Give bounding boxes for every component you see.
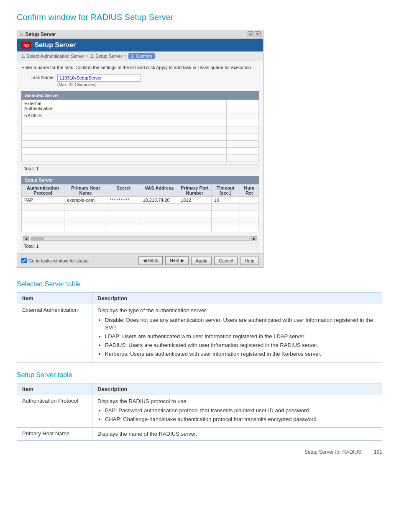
dialog-title: Setup Server: [25, 31, 56, 37]
empty-row-3b: [226, 134, 258, 141]
close-button[interactable]: ✕: [255, 31, 261, 37]
doc-desc-text: Displays the type of the authentication …: [97, 307, 377, 314]
ext-auth-value: [226, 100, 258, 112]
g2: [64, 218, 107, 225]
table-row: [22, 225, 259, 232]
e7: [240, 204, 258, 211]
task-name-right: (Max. 32 Characters): [57, 74, 141, 87]
page-title: Confirm window for RADIUS Setup Server: [17, 13, 382, 22]
setup-server-doc-table: Item Description Authentication Protocol…: [17, 383, 382, 441]
table-row: [22, 218, 259, 225]
doc-table-row: External Authentication Displays the typ…: [17, 304, 382, 362]
selected-server-doc-table: Item Description External Authentication…: [17, 292, 382, 362]
task-name-input[interactable]: [57, 74, 141, 82]
breadcrumb-sep-1: >: [86, 54, 88, 59]
dialog-body: Enter a name for the task. Confirm the s…: [17, 61, 263, 253]
breadcrumb-step-3[interactable]: 3. Confirm: [128, 53, 155, 59]
setup-server-header: Setup Server: [21, 176, 259, 184]
page-footer: Setup Server for RADIUS 191: [17, 449, 382, 455]
empty-row-6b: [226, 155, 258, 162]
h3: [107, 225, 140, 232]
empty-row-1b: [226, 119, 258, 126]
hp-logo: hp: [21, 42, 31, 49]
help-button[interactable]: Help: [240, 257, 259, 265]
f7: [240, 211, 258, 218]
col-primary-host: Primary Host Name: [64, 185, 107, 197]
f4: [140, 211, 178, 218]
g5: [178, 218, 211, 225]
empty-row-5: [22, 148, 227, 155]
doc-col-item: Item: [17, 293, 92, 304]
footer-text: Setup Server for RADIUS: [304, 449, 361, 455]
h1: [22, 225, 64, 232]
f6: [211, 211, 240, 218]
doc-desc-list: Disable: Does not use any authentication…: [105, 316, 377, 358]
empty-row-4: [22, 141, 227, 148]
doc-desc-auth-proto: Displays the RADIUS protocol to use. PAP…: [92, 395, 382, 428]
doc-desc-ext-auth: Displays the type of the authentication …: [92, 304, 382, 362]
doc-col-item: Item: [17, 383, 92, 395]
port-val: 1812: [178, 197, 211, 204]
dialog-titlebar: ⌂ Setup Server ─ ✕: [17, 30, 263, 39]
f1: [22, 211, 64, 218]
doc-desc-primary-host: Displays the name of the RADIUS server.: [92, 428, 382, 441]
doc-item-ext-auth: External Authentication: [17, 304, 92, 362]
setup-server-data-table: Authentication Protocol Primary Host Nam…: [21, 184, 259, 232]
table-header-row: Authentication Protocol Primary Host Nam…: [22, 185, 259, 197]
next-button[interactable]: Next ▶: [165, 256, 189, 265]
empty-row-5b: [226, 148, 258, 155]
col-secret: Secret: [107, 185, 140, 197]
task-name-label: Task Name:: [21, 74, 55, 80]
col-primary-port: Primary Port Number: [178, 185, 211, 197]
doc-desc-text-host: Displays the name of the RADIUS server.: [97, 430, 377, 438]
task-name-hint: (Max. 32 Characters): [57, 82, 141, 87]
h6: [211, 225, 240, 232]
doc-table-row: Primary Host Name Displays the name of t…: [17, 428, 382, 441]
empty-row-1: [22, 119, 227, 126]
horizontal-scrollbar[interactable]: ◀ ▶: [21, 235, 259, 242]
doc-desc-list-proto: PAP: Password authentication protocol th…: [105, 407, 377, 423]
page-number: 191: [374, 449, 382, 455]
e1: [22, 204, 64, 211]
g4: [140, 218, 178, 225]
empty-row-3: [22, 134, 227, 141]
scroll-left-arrow[interactable]: ◀: [23, 236, 29, 241]
doc-item-primary-host: Primary Host Name: [17, 428, 92, 441]
dialog-controls[interactable]: ─ ✕: [248, 31, 261, 37]
cancel-button[interactable]: Cancel: [214, 257, 238, 265]
table-row: PAP example-com *********** 10.213.74.20…: [22, 197, 259, 204]
scroll-right-arrow[interactable]: ▶: [251, 236, 257, 241]
setup-server-total: Total: 1: [21, 242, 259, 250]
secret-val: ***********: [107, 197, 140, 204]
table-row: ExternalAuthentication: [22, 100, 259, 112]
g7: [240, 218, 258, 225]
empty-row-2b: [226, 126, 258, 134]
scroll-thumb[interactable]: [31, 237, 43, 240]
empty-row-4b: [226, 141, 258, 148]
breadcrumb: 1. Select Authentication Server > 2. Set…: [17, 51, 263, 61]
table-row: [22, 148, 259, 155]
e2: [64, 204, 107, 211]
doc-desc-text-proto: Displays the RADIUS protocol to use.: [97, 398, 377, 405]
task-name-row: Task Name: (Max. 32 Characters): [21, 74, 259, 87]
table-row: [22, 141, 259, 148]
section-spacer: [21, 172, 259, 176]
scroll-track[interactable]: [31, 236, 250, 241]
dialog-header-title: Setup Server: [34, 41, 76, 49]
breadcrumb-step-2[interactable]: 2. Setup Server: [90, 54, 122, 59]
doc-item-auth-proto: Authentication Protocol: [17, 395, 92, 428]
host-val: example-com: [64, 197, 107, 204]
breadcrumb-step-1[interactable]: 1. Select Authentication Server: [21, 54, 84, 59]
back-button[interactable]: ◀ Back: [138, 256, 163, 265]
dialog-instruction: Enter a name for the task. Confirm the s…: [21, 64, 259, 71]
e5: [178, 204, 211, 211]
minimize-button[interactable]: ─: [248, 31, 253, 37]
status-checkbox[interactable]: [21, 258, 27, 263]
apply-button[interactable]: Apply: [191, 257, 212, 265]
empty-row-2: [22, 126, 227, 134]
doc-col-description: Description: [92, 293, 382, 304]
selected-server-total: Total: 1: [21, 164, 259, 172]
home-icon: ⌂: [20, 31, 23, 37]
h5: [178, 225, 211, 232]
footer-checkbox-area: Go to tasks window for status: [21, 258, 89, 263]
